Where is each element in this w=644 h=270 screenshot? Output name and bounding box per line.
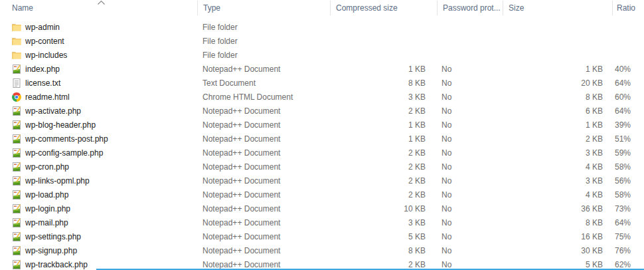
table-row[interactable]: wp-settings.php Notepad++ Document 5 KB … xyxy=(0,229,644,243)
file-password-flag: No xyxy=(437,246,503,255)
file-ratio: 75% xyxy=(612,232,644,241)
column-header-size[interactable]: Size xyxy=(503,1,612,15)
file-compressed-size: 2 KB xyxy=(330,260,437,269)
file-list: wp-admin File folder wp-content File fol… xyxy=(0,20,644,270)
file-compressed-size: 1 KB xyxy=(330,134,437,144)
file-ratio: 76% xyxy=(612,246,644,255)
folder-icon xyxy=(11,22,22,33)
file-size: 2 KB xyxy=(503,134,612,144)
file-type: Notepad++ Document xyxy=(197,134,330,144)
notepadpp-icon xyxy=(11,64,22,74)
notepadpp-icon xyxy=(11,120,22,130)
notepadpp-icon xyxy=(11,162,22,172)
file-ratio: 58% xyxy=(612,162,644,172)
text-file-icon xyxy=(11,78,22,88)
table-row[interactable]: wp-signup.php Notepad++ Document 8 KB No… xyxy=(0,243,644,257)
file-compressed-size: 2 KB xyxy=(330,190,437,200)
column-header-row: Name Type Compressed size Password prot.… xyxy=(0,0,644,16)
file-type: Notepad++ Document xyxy=(197,204,330,213)
file-name: wp-load.php xyxy=(25,190,68,200)
file-name: wp-mail.php xyxy=(25,218,68,227)
file-compressed-size: 3 KB xyxy=(330,218,437,227)
file-compressed-size: 8 KB xyxy=(330,78,437,88)
file-name: wp-admin xyxy=(25,23,60,32)
file-password-flag: No xyxy=(437,134,503,144)
notepadpp-icon xyxy=(11,231,22,242)
sort-ascending-icon xyxy=(97,0,106,5)
file-password-flag: No xyxy=(437,190,503,200)
column-header-password[interactable]: Password prot... xyxy=(437,1,503,15)
file-type: File folder xyxy=(197,37,330,46)
table-row[interactable]: license.txt Text Document 8 KB No 20 KB … xyxy=(0,76,644,90)
notepadpp-icon xyxy=(11,106,22,116)
file-size: 8 KB xyxy=(503,92,612,102)
file-compressed-size: 8 KB xyxy=(330,246,437,255)
chrome-icon xyxy=(11,92,22,102)
table-row[interactable]: readme.html Chrome HTML Document 3 KB No… xyxy=(0,90,644,104)
file-name: wp-content xyxy=(25,37,64,46)
notepadpp-icon xyxy=(11,148,22,158)
table-row[interactable]: wp-login.php Notepad++ Document 10 KB No… xyxy=(0,202,644,215)
file-compressed-size: 2 KB xyxy=(330,176,437,186)
file-compressed-size: 5 KB xyxy=(330,232,437,241)
file-compressed-size: 3 KB xyxy=(330,92,437,102)
file-ratio: 58% xyxy=(612,190,644,200)
file-name: license.txt xyxy=(25,78,60,88)
notepadpp-icon xyxy=(11,134,22,144)
table-row[interactable]: wp-cron.php Notepad++ Document 2 KB No 4… xyxy=(0,160,644,174)
file-compressed-size: 2 KB xyxy=(330,148,437,158)
file-type: Notepad++ Document xyxy=(197,65,330,74)
file-password-flag: No xyxy=(437,260,503,269)
file-password-flag: No xyxy=(437,148,503,158)
file-name: index.php xyxy=(25,65,60,74)
file-ratio: 64% xyxy=(612,106,644,116)
table-row[interactable]: wp-admin File folder xyxy=(0,20,644,34)
file-size: 16 KB xyxy=(503,232,612,241)
file-size: 1 KB xyxy=(503,65,612,74)
file-size: 36 KB xyxy=(503,204,612,213)
file-password-flag: No xyxy=(437,162,503,172)
table-row[interactable]: wp-includes File folder xyxy=(0,48,644,62)
file-name: wp-links-opml.php xyxy=(25,176,90,186)
file-name: wp-login.php xyxy=(25,204,70,213)
file-size: 20 KB xyxy=(503,78,612,88)
column-header-ratio[interactable]: Ratio xyxy=(612,1,644,15)
file-size: 4 KB xyxy=(503,190,612,200)
file-password-flag: No xyxy=(437,92,503,102)
notepadpp-icon xyxy=(11,217,22,228)
column-header-compressed-size[interactable]: Compressed size xyxy=(330,1,437,15)
file-size: 4 KB xyxy=(503,162,612,172)
table-row[interactable]: wp-config-sample.php Notepad++ Document … xyxy=(0,146,644,160)
file-type: Notepad++ Document xyxy=(197,232,330,241)
column-header-type[interactable]: Type xyxy=(197,1,330,15)
file-type: Notepad++ Document xyxy=(197,190,330,200)
table-row[interactable]: wp-content File folder xyxy=(0,34,644,48)
table-row[interactable]: index.php Notepad++ Document 1 KB No 1 K… xyxy=(0,62,644,76)
table-row[interactable]: wp-blog-header.php Notepad++ Document 1 … xyxy=(0,118,644,132)
file-ratio: 40% xyxy=(612,65,644,74)
file-type: Notepad++ Document xyxy=(197,162,330,172)
table-row[interactable]: wp-activate.php Notepad++ Document 2 KB … xyxy=(0,104,644,118)
table-row[interactable]: wp-mail.php Notepad++ Document 3 KB No 8… xyxy=(0,215,644,229)
file-type: Notepad++ Document xyxy=(197,176,330,186)
file-size: 30 KB xyxy=(503,246,612,255)
notepadpp-icon xyxy=(11,259,22,270)
file-ratio: 64% xyxy=(612,218,644,227)
file-compressed-size: 10 KB xyxy=(330,204,437,213)
file-name: wp-settings.php xyxy=(25,232,81,241)
file-name: wp-signup.php xyxy=(25,246,77,255)
file-size: 3 KB xyxy=(503,148,612,158)
file-size: 6 KB xyxy=(503,106,612,116)
file-ratio: 73% xyxy=(612,204,644,213)
file-type: File folder xyxy=(197,23,330,32)
file-ratio: 60% xyxy=(612,92,644,102)
file-name: wp-cron.php xyxy=(25,162,69,172)
table-row[interactable]: wp-links-opml.php Notepad++ Document 2 K… xyxy=(0,174,644,188)
file-type: File folder xyxy=(197,51,330,60)
file-password-flag: No xyxy=(437,106,503,116)
file-password-flag: No xyxy=(437,120,503,130)
file-ratio: 51% xyxy=(612,134,644,144)
table-row[interactable]: wp-load.php Notepad++ Document 2 KB No 4… xyxy=(0,188,644,202)
table-row[interactable]: wp-comments-post.php Notepad++ Document … xyxy=(0,132,644,146)
file-password-flag: No xyxy=(437,232,503,241)
